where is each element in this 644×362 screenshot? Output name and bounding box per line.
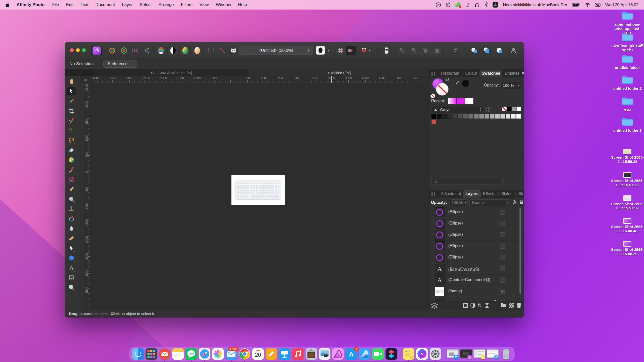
delete-layer-button[interactable] xyxy=(516,303,521,308)
adjustment-layer-button[interactable] xyxy=(470,303,476,308)
dock-launchpad-icon[interactable] xyxy=(145,348,157,360)
layers-tab-effects[interactable]: Effects xyxy=(481,190,498,198)
photo-persona-button[interactable] xyxy=(91,46,102,55)
dock-keynote-icon[interactable] xyxy=(279,348,291,360)
group-layers-button[interactable] xyxy=(500,303,506,308)
dock-notes-icon[interactable] xyxy=(172,348,184,360)
grey-swatch[interactable] xyxy=(506,114,510,119)
dodge-tool[interactable] xyxy=(67,195,75,203)
creative-cloud-icon[interactable] xyxy=(436,2,441,8)
dock-preview-icon[interactable] xyxy=(319,348,331,360)
recent-swatch[interactable] xyxy=(465,98,473,104)
grey-swatch[interactable] xyxy=(431,114,436,119)
no-colour-well[interactable] xyxy=(430,94,435,98)
live-filter-button[interactable] xyxy=(485,303,489,308)
node-tool[interactable] xyxy=(67,244,75,252)
blur-tool[interactable] xyxy=(67,224,75,233)
layers-tab-stock[interactable]: Stock xyxy=(516,190,524,198)
erase-tool[interactable] xyxy=(67,185,75,193)
blend-options-gear-icon[interactable] xyxy=(512,200,517,206)
dock-stickies-icon[interactable] xyxy=(403,348,415,360)
crop-tool[interactable] xyxy=(67,107,75,115)
text-tool[interactable]: A xyxy=(67,264,75,272)
desktop-icon-7[interactable]: Screen Shot 2565-0...t 15.57.22 xyxy=(611,172,644,187)
layer-visibility-checkbox[interactable]: ✓ xyxy=(500,289,505,294)
hexagon-app-icon[interactable] xyxy=(446,2,451,8)
dock-window-affinity-icon[interactable] xyxy=(460,348,472,360)
colour-replacement-tool[interactable] xyxy=(67,175,75,184)
swap-colours-icon[interactable]: ⇄ xyxy=(446,77,449,82)
move-tool[interactable] xyxy=(67,87,75,95)
move-forward-one-button[interactable] xyxy=(420,48,431,54)
menu-bar-clock[interactable]: Wed 20 Apr 16:02 xyxy=(605,3,638,7)
colour-picker-tool[interactable] xyxy=(67,97,75,105)
layer-visibility-checkbox[interactable] xyxy=(500,221,505,226)
alignment-button[interactable] xyxy=(449,46,461,55)
deselect-icon[interactable] xyxy=(217,46,227,55)
studio-menu-icon[interactable]: ≡ xyxy=(522,71,524,76)
fx-layer-button[interactable]: fx xyxy=(478,303,481,308)
dock-window-safari-icon[interactable] xyxy=(487,348,499,360)
layers-tab-styles[interactable]: Styles xyxy=(499,190,515,198)
dock-mail-red-icon[interactable] xyxy=(159,348,171,360)
dock-mail-icon[interactable]: 1,190 xyxy=(225,348,237,360)
dock-pages-icon[interactable] xyxy=(265,348,277,360)
opacity-dropdown[interactable]: 100 % ▾ xyxy=(500,82,521,89)
dock-window-finder-icon[interactable] xyxy=(473,348,486,360)
add-swatch-icon[interactable]: ▢▢▢+ xyxy=(486,107,492,112)
clone-stamp-tool[interactable] xyxy=(67,205,75,213)
dock-messenger-icon[interactable] xyxy=(416,348,428,360)
studio-grip-icon[interactable]: ▌▌ xyxy=(431,72,436,76)
layers-tab-adjustment[interactable]: Adjustment xyxy=(438,190,463,198)
account-button[interactable] xyxy=(508,46,519,55)
picked-colour-well[interactable] xyxy=(462,80,469,87)
export-persona-button[interactable] xyxy=(142,46,152,55)
dock-shortcuts-icon[interactable] xyxy=(385,348,397,360)
menu-edit[interactable]: Edit xyxy=(66,2,73,7)
colour-picker-icon[interactable] xyxy=(454,79,461,87)
layers-scrollbar[interactable] xyxy=(519,208,521,294)
palette-dropdown[interactable]: Greys ▲▼ xyxy=(432,106,483,113)
document-tab-untitled[interactable]: <Untitled> [M] xyxy=(249,69,429,76)
menu-filters[interactable]: Filters xyxy=(181,2,192,7)
dock-line-icon[interactable]: LINE xyxy=(185,348,197,360)
mask-dropdown-arrow[interactable]: ▼ xyxy=(327,49,330,52)
blend-mode-dropdown[interactable]: Normal ▲▼ xyxy=(469,199,510,206)
healing-tool[interactable] xyxy=(67,234,75,242)
layer-row[interactable]: (Ellipse) xyxy=(429,252,524,263)
grid-snap-button[interactable] xyxy=(336,48,346,54)
mask-button[interactable] xyxy=(316,46,325,55)
grey-swatch[interactable] xyxy=(511,114,516,119)
grey-swatch[interactable] xyxy=(453,114,457,119)
desktop-icon-2[interactable]: untitled folder xyxy=(611,55,644,70)
studio-tab-colour[interactable]: Colour xyxy=(463,70,479,77)
document-tab-gwm[interactable]: ปก GWM Application [M] xyxy=(94,69,249,76)
auto-white-balance-button[interactable] xyxy=(192,46,203,55)
mask-layer-button[interactable] xyxy=(463,303,468,308)
studio-tab-histogram[interactable]: Histogram xyxy=(438,70,461,77)
dock-finder-icon[interactable] xyxy=(132,348,144,360)
grey-swatch[interactable] xyxy=(479,114,484,119)
move-to-front-button[interactable] xyxy=(431,48,443,54)
swatch-search-field[interactable] xyxy=(431,178,503,185)
dock-affinity-designer-icon[interactable] xyxy=(359,348,371,360)
red-swatch[interactable] xyxy=(431,119,436,124)
selection-brush-tool[interactable] xyxy=(67,117,75,125)
layer-row[interactable]: A(Control+Command+Q) xyxy=(429,275,524,286)
notification-app-icon[interactable] xyxy=(455,2,460,7)
desktop-icon-6[interactable]: Screen Shot 2565-0...15.56.29 xyxy=(611,149,644,164)
menu-help[interactable]: Help xyxy=(238,2,247,7)
grey-swatch[interactable] xyxy=(458,114,463,119)
desktop-icon-4[interactable]: รวม xyxy=(611,97,644,112)
grey-swatch[interactable] xyxy=(500,114,505,119)
studio-tab-swatches[interactable]: Swatches xyxy=(479,70,503,77)
auto-colour-button[interactable] xyxy=(180,46,191,55)
dock-affinity-photo-icon[interactable] xyxy=(332,348,344,360)
grey-swatch[interactable] xyxy=(495,114,500,119)
undo-brush-tool[interactable] xyxy=(67,215,75,223)
lock-layer-icon[interactable] xyxy=(519,200,524,206)
liquify-persona-button[interactable] xyxy=(107,46,117,55)
layer-visibility-checkbox[interactable] xyxy=(500,232,505,237)
layer-row[interactable]: (Ellipse) xyxy=(429,241,524,252)
desktop-icon-8[interactable]: Screen Shot 2565-0...t 15.57.52 xyxy=(611,195,644,210)
